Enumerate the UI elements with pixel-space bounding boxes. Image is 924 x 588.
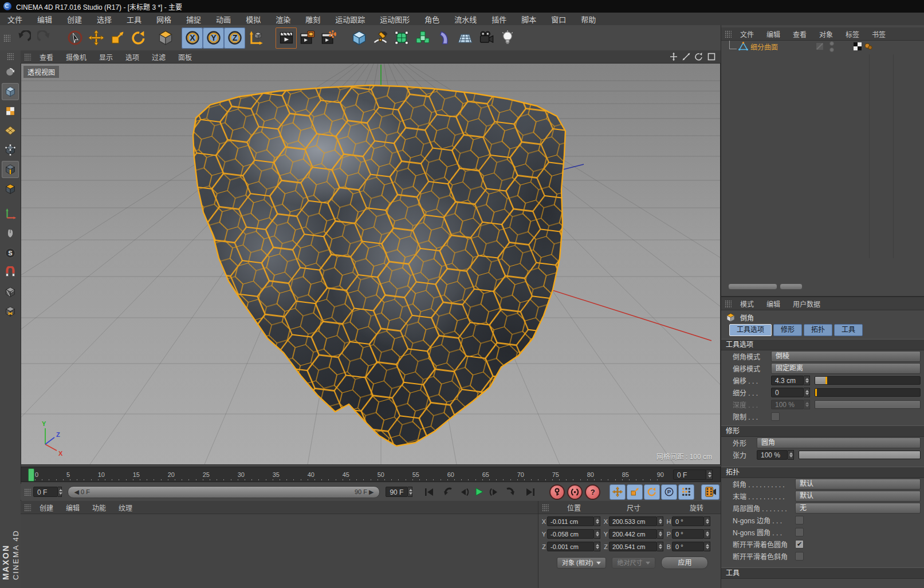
rotation-spinner[interactable] [704,529,710,539]
play-button[interactable] [471,485,487,499]
add-cube-button[interactable] [348,27,369,49]
position-field[interactable]: -0.058 cm [547,529,594,539]
object-tree[interactable]: 细分曲面 [721,41,924,283]
move-tool-button[interactable] [85,27,107,49]
ruler-frame-spinner[interactable] [706,469,713,480]
toolbar-grip[interactable] [3,34,10,42]
object-name[interactable]: 细分曲面 [750,42,778,52]
previous-frame-button[interactable] [456,485,471,499]
visibility-dots[interactable] [829,41,834,52]
scale-tool-button[interactable] [107,27,128,49]
tab-tool[interactable]: 工具 [834,324,863,336]
light-button[interactable] [497,27,518,49]
size-spinner[interactable] [657,542,663,551]
offset-mode-dropdown[interactable]: 固定距离 [771,363,921,374]
menu-item[interactable]: 捕捉 [179,14,209,25]
menu-item[interactable]: 动画 [209,14,238,25]
menu-item[interactable]: 雕刻 [298,14,328,25]
ngons-rounding-checkbox[interactable] [795,528,804,536]
workplane-x-button[interactable] [2,303,19,320]
deformer-button[interactable] [433,27,454,49]
lock-x-axis-button[interactable]: X [182,27,203,49]
material-menu-item[interactable]: 功能 [86,503,112,512]
menu-item[interactable]: 帮助 [573,14,603,25]
menu-item[interactable]: 插件 [484,14,514,25]
tension-field[interactable]: 100 % [757,450,788,460]
texture-mode-button[interactable] [2,102,19,120]
depth-slider[interactable] [815,400,921,409]
offset-slider[interactable] [815,376,921,385]
timeline-ruler[interactable]: 051015202530354045505560657075808590 0 F [21,467,721,482]
object-manager-menu-item[interactable]: 编辑 [760,29,787,39]
object-manager-menu-item[interactable]: 标签 [839,29,866,39]
render-settings-button[interactable] [318,27,339,49]
keyframe-selection-film-button[interactable] [701,484,719,500]
viewport-menu-item[interactable]: 摄像机 [60,52,93,62]
camera-button[interactable] [475,27,497,49]
offset-field[interactable]: 4.3 cm [771,376,804,385]
enable-axis-button[interactable] [2,206,19,223]
render-view-button[interactable] [276,27,297,49]
ruler-frame-field[interactable]: 0 F [673,469,706,480]
rotation-spinner[interactable] [704,542,710,551]
viewport-menu-item[interactable]: 查看 [33,52,60,62]
menu-item[interactable]: 脚本 [514,14,544,25]
viewport-menu-item[interactable]: 选项 [119,52,146,62]
viewport-menu-item[interactable]: 过滤 [146,52,172,62]
workplane-lock-button[interactable] [2,283,19,301]
rotation-field[interactable]: 0 ° [672,516,704,526]
coordinate-manager-grip[interactable] [542,504,549,511]
object-manager-menu-item[interactable]: 文件 [734,29,760,39]
rotation-field[interactable]: 0 ° [672,542,704,551]
tension-slider[interactable] [799,451,921,459]
current-frame-field[interactable]: 0 F [33,487,58,497]
material-menu-item[interactable]: 纹理 [112,503,139,512]
ends-dropdown[interactable]: 默认 [795,491,921,502]
size-mode-dropdown[interactable]: 绝对尺寸 [612,557,655,569]
miter-dropdown[interactable]: 默认 [795,479,921,490]
menu-item[interactable]: 工具 [119,14,149,25]
last-used-tool-button[interactable] [155,27,176,49]
goto-start-button[interactable] [422,485,437,499]
position-field[interactable]: -0.001 cm [547,542,594,551]
lock-y-axis-button[interactable]: Y [203,27,224,49]
material-menu-item[interactable]: 创建 [33,503,60,512]
lock-z-axis-button[interactable]: Z [224,27,245,49]
next-frame-button[interactable] [487,485,502,499]
tension-spinner[interactable] [788,450,794,460]
cloner-button[interactable] [412,27,433,49]
object-manager-scrollbar[interactable] [728,283,803,290]
record-pla-toggle[interactable] [678,484,694,500]
offset-spinner[interactable] [804,376,810,385]
attribute-menu-item[interactable]: 用户数据 [787,299,827,309]
subdivision-field[interactable]: 0 [771,388,804,397]
attribute-manager-grip[interactable] [725,300,732,307]
playhead[interactable] [28,468,34,482]
viewport-menu-item[interactable]: 面板 [172,52,198,62]
current-frame-spinner[interactable] [58,487,62,497]
position-spinner[interactable] [594,542,600,551]
menu-item[interactable]: 选择 [89,14,119,25]
size-field[interactable]: 200.442 cm [609,529,657,539]
redo-button[interactable] [34,27,55,49]
transport-grip[interactable] [24,488,31,496]
position-spinner[interactable] [594,529,600,539]
goto-end-button[interactable] [522,485,538,499]
menu-item[interactable]: 文件 [0,14,30,25]
zoom-icon[interactable] [682,52,691,61]
pan-icon[interactable] [669,52,678,61]
viewport-menu-grip[interactable] [24,53,31,61]
mode-toolbar-grip[interactable] [7,53,14,60]
rotate-tool-button[interactable] [128,27,149,49]
spline-pen-button[interactable] [369,27,391,49]
size-field[interactable]: 200.541 cm [609,542,657,551]
subdivision-spinner[interactable] [804,388,810,397]
polygons-mode-button[interactable] [2,180,19,198]
tab-shaping[interactable]: 修形 [773,324,802,336]
view-label[interactable]: 透视视图 [23,66,59,78]
coordinate-mode-dropdown[interactable]: 对象 (相对) [557,557,606,569]
size-spinner[interactable] [657,529,663,539]
record-keyframe-button[interactable] [549,484,565,500]
menu-item[interactable]: 编辑 [30,14,60,25]
workplane-mode-button[interactable] [2,122,19,139]
